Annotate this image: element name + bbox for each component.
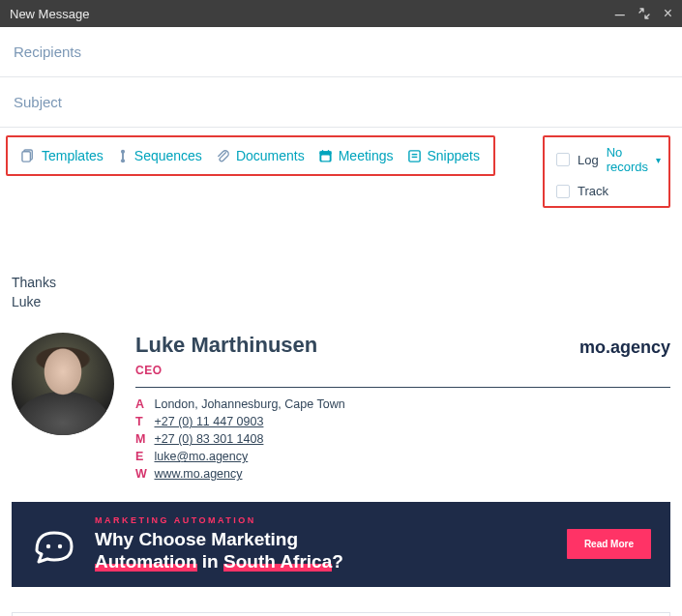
signature-address-line: A London, Johannesburg, Cape Town [135, 397, 670, 411]
templates-button[interactable]: Templates [21, 148, 104, 163]
svg-rect-9 [327, 149, 329, 152]
log-checkbox-row[interactable]: Log No records ▾ [556, 145, 657, 174]
svg-rect-10 [408, 150, 419, 161]
recipients-field-row[interactable] [0, 27, 682, 77]
signature-tel-line: T +27 (0) 11 447 0903 [135, 415, 670, 428]
templates-label: Templates [42, 148, 104, 163]
signature-title: CEO [135, 364, 670, 377]
snippets-icon [407, 149, 422, 163]
log-records-link[interactable]: No records [607, 145, 648, 174]
email-label: E [135, 450, 151, 463]
svg-point-14 [58, 544, 62, 548]
signature-name: Luke Marthinusen [135, 333, 317, 358]
track-checkbox[interactable] [556, 185, 570, 198]
meetings-button[interactable]: Meetings [318, 148, 394, 163]
subject-input[interactable] [12, 93, 670, 111]
mobile-value[interactable]: +27 (0) 83 301 1408 [154, 432, 263, 446]
banner-cta-button[interactable]: Read More [567, 529, 651, 559]
tel-label: T [135, 415, 151, 428]
svg-rect-1 [22, 151, 30, 161]
tracking-group: Log No records ▾ Track [543, 135, 670, 208]
subject-field-row[interactable] [0, 77, 682, 128]
documents-button[interactable]: Documents [216, 148, 305, 163]
signature-mobile-line: M +27 (0) 83 301 1408 [135, 432, 670, 446]
documents-label: Documents [236, 148, 305, 163]
meetings-label: Meetings [339, 148, 394, 163]
email-signature: Luke Marthinusen mo.agency CEO A London,… [12, 333, 670, 484]
svg-rect-8 [321, 149, 323, 152]
email-value[interactable]: luke@mo.agency [154, 450, 248, 463]
closing-text: Thanks Luke [12, 274, 670, 311]
close-icon[interactable]: × [664, 5, 672, 22]
signature-divider [135, 387, 670, 388]
web-label: W [135, 467, 151, 481]
track-checkbox-row[interactable]: Track [556, 184, 657, 198]
banner-text: Marketing Automation Why Choose Marketin… [95, 515, 549, 573]
svg-rect-6 [319, 151, 331, 154]
track-label: Track [578, 184, 608, 198]
hubspot-toolbar-row: Templates Sequences Documents Meetings S… [0, 128, 682, 212]
sequences-label: Sequences [134, 148, 202, 163]
signature-web-line: W www.mo.agency [135, 467, 670, 481]
snippets-label: Snippets [428, 148, 480, 163]
signature-details: Luke Marthinusen mo.agency CEO A London,… [135, 333, 670, 484]
avatar [12, 333, 114, 435]
recipients-input[interactable] [12, 43, 670, 61]
snippets-button[interactable]: Snippets [407, 148, 480, 163]
banner-headline: Why Choose Marketing Automation in South… [95, 529, 549, 573]
caret-down-icon[interactable]: ▾ [656, 155, 661, 165]
window-titlebar: New Message – × [0, 0, 682, 27]
window-controls: – × [615, 4, 672, 24]
sequences-button[interactable]: Sequences [117, 148, 202, 163]
log-label: Log [578, 153, 599, 167]
log-checkbox[interactable] [556, 153, 570, 166]
signature-email-line: E luke@mo.agency [135, 450, 670, 463]
address-label: A [135, 397, 151, 411]
closing-name: Luke [12, 293, 670, 312]
banner-eyebrow: Marketing Automation [95, 515, 549, 525]
promo-banner[interactable]: Marketing Automation Why Choose Marketin… [12, 502, 670, 587]
attachment-icon [216, 149, 230, 163]
format-toolbar: Sans Serif ▼ тT▼ B I U A▼ ▼ 123 ❞ S T [12, 612, 670, 616]
tel-value[interactable]: +27 (0) 11 447 0903 [154, 415, 263, 428]
address-value: London, Johannesburg, Cape Town [154, 397, 344, 411]
svg-rect-7 [321, 155, 329, 161]
collapse-icon[interactable] [638, 8, 650, 19]
svg-rect-4 [122, 152, 124, 160]
minimize-icon[interactable]: – [615, 4, 625, 24]
signature-brand: mo.agency [579, 337, 670, 358]
calendar-icon [318, 149, 333, 163]
window-title: New Message [10, 7, 89, 21]
compose-body[interactable]: Thanks Luke Luke Marthinusen mo.agency C… [0, 212, 682, 484]
templates-icon [21, 149, 36, 163]
svg-point-13 [46, 544, 50, 548]
closing-thanks: Thanks [12, 274, 670, 293]
banner-logo-icon [31, 521, 77, 568]
web-value[interactable]: www.mo.agency [154, 467, 242, 481]
sequences-icon [117, 149, 129, 163]
hubspot-tools-group: Templates Sequences Documents Meetings S… [6, 135, 495, 176]
mobile-label: M [135, 432, 151, 446]
